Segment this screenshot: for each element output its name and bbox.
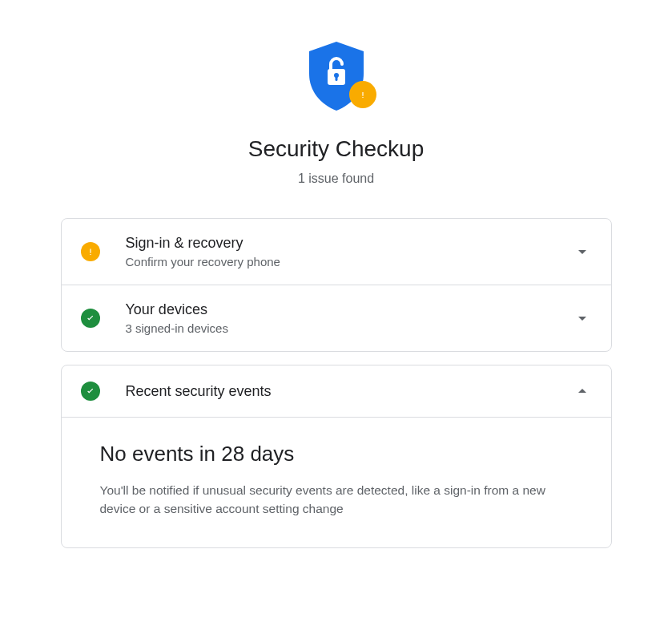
row-body: Recent security events xyxy=(126,383,573,400)
checkmark-icon xyxy=(81,382,100,401)
panel-description: You'll be notified if unusual security e… xyxy=(100,481,573,519)
shield-graphic xyxy=(304,40,368,112)
row-body: Your devices 3 signed-in devices xyxy=(126,301,573,335)
row-body: Sign-in & recovery Confirm your recovery… xyxy=(126,235,573,269)
row-title: Your devices xyxy=(126,301,573,318)
row-title: Recent security events xyxy=(126,383,573,400)
panel-headline: No events in 28 days xyxy=(100,442,573,466)
warning-icon xyxy=(81,242,100,261)
page-title: Security Checkup xyxy=(248,136,424,162)
your-devices-row[interactable]: Your devices 3 signed-in devices xyxy=(62,285,611,351)
recent-events-card: Recent security events No events in 28 d… xyxy=(61,365,612,548)
signin-recovery-row[interactable]: Sign-in & recovery Confirm your recovery… xyxy=(62,219,611,285)
recent-events-panel: No events in 28 days You'll be notified … xyxy=(62,417,611,547)
svg-rect-2 xyxy=(335,75,337,81)
recent-events-row[interactable]: Recent security events xyxy=(62,365,611,417)
row-title: Sign-in & recovery xyxy=(126,235,573,252)
chevron-down-icon xyxy=(573,309,592,328)
checkup-card-group: Sign-in & recovery Confirm your recovery… xyxy=(61,218,612,352)
row-subtitle: Confirm your recovery phone xyxy=(126,255,573,269)
page-subtitle: 1 issue found xyxy=(298,172,374,186)
row-subtitle: 3 signed-in devices xyxy=(126,321,573,335)
hero-header: Security Checkup 1 issue found xyxy=(248,40,424,186)
sections-container: Sign-in & recovery Confirm your recovery… xyxy=(61,218,612,548)
warning-badge-icon xyxy=(349,81,376,108)
checkmark-icon xyxy=(81,309,100,328)
chevron-down-icon xyxy=(573,242,592,261)
chevron-up-icon xyxy=(573,382,592,401)
